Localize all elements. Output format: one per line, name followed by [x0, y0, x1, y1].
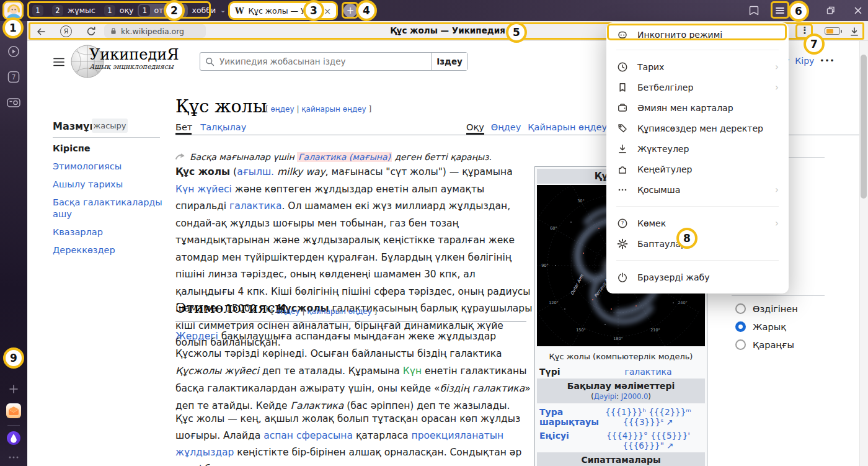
menu-item-more[interactable]: Қосымша › — [606, 179, 789, 200]
more-options-icon[interactable]: ••• — [820, 56, 835, 65]
radio-dark[interactable]: Қараңғы — [735, 339, 794, 350]
yandex-browser-logo-icon[interactable] — [6, 431, 21, 446]
address-bar-page-title: Құс жолы — Уикипедия — [262, 25, 634, 35]
window-close-icon[interactable] — [852, 4, 864, 17]
external-link-icon[interactable]: ↗ — [666, 417, 673, 427]
tab-counter-icon[interactable]: 7 — [7, 70, 20, 84]
infobox-caption: Құс жолы (компьютерлік модель) — [537, 346, 705, 365]
incognito-icon — [616, 29, 629, 41]
menu-item-wallet[interactable]: Әмиян мен карталар — [606, 97, 789, 118]
side-panel-bookmark-icon[interactable] — [748, 4, 760, 17]
external-link-icon[interactable]: ↗ — [666, 441, 673, 450]
menu-item-help[interactable]: ? Көмек › — [606, 213, 789, 233]
menu-item-history[interactable]: Тарих › — [606, 56, 789, 77]
edit-source-link[interactable]: қайнарын өңдеу — [307, 307, 371, 316]
toc-item-intro[interactable]: Кіріспе — [53, 143, 164, 155]
sidebar-more-icon[interactable] — [8, 455, 19, 459]
downloads-icon[interactable] — [848, 25, 861, 38]
help-icon: ? — [616, 217, 629, 230]
epoch-value-link[interactable]: J2000.0 — [621, 392, 649, 401]
login-link[interactable]: Кіру — [795, 56, 814, 66]
sidebar-add-icon[interactable] — [8, 383, 19, 395]
avatar-girl-icon — [4, 2, 24, 19]
dec-link[interactable]: Еңісуі — [539, 431, 569, 441]
menu-item-settings[interactable]: Баптаулар — [606, 233, 789, 254]
menu-item-downloads[interactable]: Жүктеулер — [606, 138, 789, 159]
menu-item-passwords[interactable]: Құпиясөздер мен деректер — [606, 118, 789, 138]
tab-group-badge[interactable]: 2 — [52, 5, 63, 16]
yandex-services-icon[interactable]: Я — [60, 25, 72, 37]
appearance-divider — [732, 295, 825, 296]
tab-page[interactable]: Бет — [175, 122, 192, 132]
reload-icon[interactable] — [85, 25, 97, 38]
download-icon — [616, 143, 629, 155]
profile-avatar[interactable] — [4, 2, 24, 19]
link[interactable]: галактика — [229, 200, 281, 212]
link[interactable]: галактика — [624, 367, 671, 377]
svg-text:180°: 180° — [613, 336, 623, 341]
url-field[interactable]: kk.wikipedia.org — [104, 24, 206, 38]
annotation-circle-4: 4 — [356, 0, 377, 21]
toc-item[interactable]: Квазарлар — [53, 226, 164, 238]
edit-link[interactable]: өңдеу — [271, 105, 294, 114]
epoch-link[interactable]: Дәуірі — [594, 392, 617, 401]
chevron-right-icon: › — [775, 61, 779, 73]
tab-edit-source[interactable]: Қайнарын өңдеу — [528, 122, 606, 132]
video-play-icon[interactable] — [7, 45, 20, 58]
window-restore-icon[interactable] — [825, 4, 837, 17]
ra-link[interactable]: Тура шарықтауы — [539, 407, 599, 427]
yandex-mail-icon[interactable] — [6, 403, 21, 418]
toc-hide-button[interactable]: жасыру — [92, 119, 128, 133]
search-input[interactable] — [219, 56, 432, 66]
menu-item-bookmarks[interactable]: Бетбелгілер › — [606, 77, 789, 97]
radio-auto[interactable]: Өздігінен — [735, 303, 798, 314]
etymology-edit-links: [ өңдеу | қайнарын өңдеу ] — [271, 307, 377, 316]
menu-item-extensions[interactable]: Кеңейтулер — [606, 159, 789, 179]
menu-divider — [616, 50, 779, 50]
radio-icon — [735, 303, 746, 314]
browser-titlebar: 1 2 жұмыс 1 оқу 1 отбасы хобби ⌄ W Құс ж… — [0, 0, 868, 21]
wiki-brand[interactable]: УикипедиЯ Ашық энциклопедиясы — [89, 47, 179, 71]
key-tag-icon — [616, 122, 629, 135]
edit-source-link[interactable]: қайнарын өңдеу — [301, 105, 366, 114]
new-tab-button[interactable]: + — [343, 4, 357, 17]
link[interactable]: аспан сферасына — [264, 430, 353, 441]
screenshot-tool-icon[interactable] — [6, 96, 21, 109]
toc-item[interactable]: Дереккөздер — [53, 244, 164, 256]
edit-link[interactable]: өңдеу — [277, 307, 300, 316]
tab-group-label[interactable]: оқу — [120, 6, 134, 15]
clock-icon — [616, 61, 629, 73]
tab-close-icon[interactable]: × — [324, 7, 331, 16]
infobox-row-ra: Тура шарықтауы {{{1}}}ʰ {{{2}}}ᵐ {{{3}}}… — [537, 403, 705, 429]
infobox-row-dec: Еңісуі {{{4}}}° {{{5}}}' {{{6}}}" ↗ — [537, 429, 705, 452]
tab-read[interactable]: Оқу — [466, 122, 484, 132]
search-button[interactable]: Іздеу — [432, 53, 467, 70]
lock-icon — [108, 26, 118, 36]
plus-icon: + — [347, 6, 355, 16]
link-green[interactable]: Күн — [403, 365, 422, 377]
tab-group-label[interactable]: хобби — [192, 6, 216, 15]
link[interactable]: Жердегі — [175, 331, 218, 342]
svg-text:90°: 90° — [541, 263, 549, 268]
link[interactable]: ағылш. — [237, 166, 274, 177]
menu-item-incognito[interactable]: Инкогнито режимі — [606, 26, 789, 43]
radio-light[interactable]: Жарық — [735, 321, 786, 332]
tab-group-badge[interactable]: 1 — [32, 5, 43, 16]
scrollbar-thumb[interactable] — [861, 55, 867, 199]
toc-item[interactable]: Басқа галактикаларды ашу — [53, 197, 164, 220]
chevron-down-icon[interactable]: ⌄ — [220, 6, 226, 14]
toc-item[interactable]: Этимологиясы — [53, 161, 164, 173]
menu-item-quit[interactable]: Браузерді жабу — [606, 267, 789, 287]
tab-group-badge[interactable]: 1 — [104, 5, 115, 16]
link[interactable]: Күн жүйесі — [175, 184, 232, 195]
battery-icon[interactable] — [825, 27, 840, 35]
toc-item[interactable]: Ашылу тарихы — [53, 179, 164, 190]
wiki-main-menu-icon[interactable] — [52, 55, 66, 69]
browser-menu-hamburger-icon[interactable] — [774, 4, 786, 17]
panel-divider — [789, 157, 825, 158]
tab-talk[interactable]: Талқылау — [200, 122, 246, 132]
hatnote-link[interactable]: Галактика (мағына) — [297, 152, 392, 162]
tab-edit[interactable]: Өңдеу — [491, 122, 521, 132]
tab-group-label[interactable]: жұмыс — [68, 6, 95, 15]
back-icon[interactable] — [35, 25, 47, 38]
